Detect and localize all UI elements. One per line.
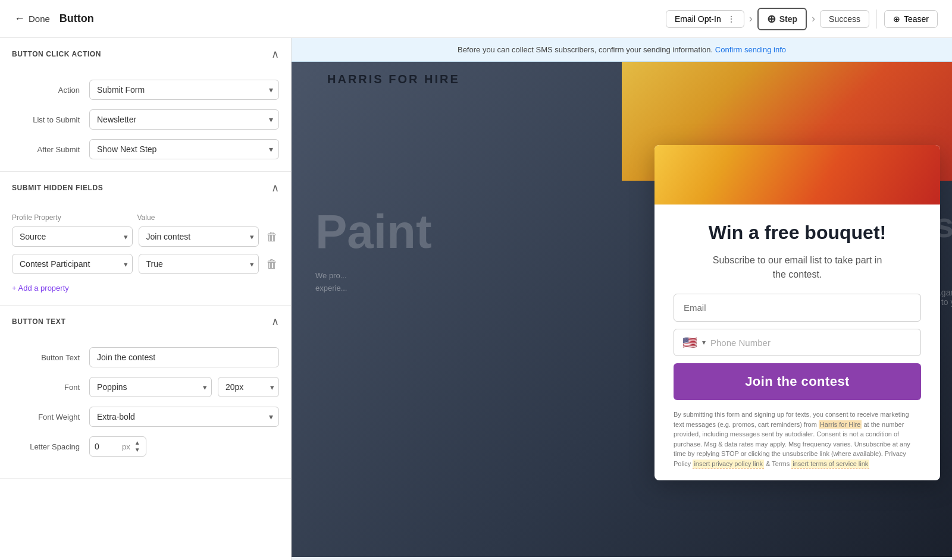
button-text-section: BUTTON TEXT ∧ Button Text Font Poppins R… (0, 306, 291, 479)
popup-title: Win a free bouquet! (674, 221, 921, 244)
join-contest-select-wrapper[interactable]: Join contest True False (139, 226, 259, 247)
success-step[interactable]: Success (820, 10, 869, 28)
harris-text: HARRIS FOR HIRE (327, 73, 460, 86)
contest-participant-select-wrapper[interactable]: Contest Participant Source Referral (12, 254, 133, 274)
submit-hidden-fields-title: SUBMIT HIDDEN FIELDS (12, 184, 103, 192)
submit-hidden-fields-section: SUBMIT HIDDEN FIELDS ∧ Profile Property … (0, 172, 291, 306)
right-sub-text: ...gaminto you (934, 288, 952, 307)
font-weight-label: Font Weight (12, 413, 89, 421)
dots-icon[interactable]: ⋮ (727, 14, 735, 24)
font-weight-select-wrapper[interactable]: Regular Medium Bold Extra-bold (89, 407, 279, 427)
teaser-step[interactable]: ⊕ Teaser (884, 10, 938, 28)
nav-divider (876, 10, 877, 29)
step-arrow-1: › (749, 12, 753, 25)
email-opt-in-step[interactable]: Email Opt-In ⋮ (666, 10, 744, 28)
true-value-select-wrapper[interactable]: True Join contest False (139, 254, 259, 274)
list-select[interactable]: Newsletter Contacts All Lists (89, 109, 279, 130)
contest-participant-property-select[interactable]: Contest Participant Source Referral (12, 254, 133, 274)
privacy-policy-link[interactable]: insert privacy policy link (693, 460, 764, 468)
sms-banner: Before you can collect SMS subscribers, … (292, 38, 952, 62)
source-select-wrapper[interactable]: Source Contest Participant Referral (12, 226, 133, 247)
source-property-select[interactable]: Source Contest Participant Referral (12, 226, 133, 247)
action-select-wrapper[interactable]: Submit Form Go to URL Close Popup (89, 80, 279, 100)
popup-email-input[interactable] (674, 294, 921, 322)
popup-modal: Win a free bouquet! Subscribe to our ema… (654, 145, 940, 480)
email-opt-in-label: Email Opt-In (675, 14, 721, 24)
button-text-input[interactable] (89, 347, 279, 367)
top-nav: ← Done Button Email Opt-In ⋮ › ⊕ Step › … (0, 0, 952, 38)
font-size-select[interactable]: 14px 16px 18px 20px 24px (218, 377, 279, 397)
button-text-label: Button Text (12, 353, 89, 362)
collapse-button-text[interactable]: ∧ (271, 315, 279, 328)
left-panel: BUTTON CLICK ACTION ∧ Action Submit Form… (0, 38, 292, 560)
button-text-header: BUTTON TEXT ∧ (0, 306, 291, 338)
popup-phone-row: 🇺🇸 ▾ Phone Number (674, 329, 921, 356)
hidden-field-row-2: Contest Participant Source Referral True… (12, 254, 279, 274)
delete-row-1-button[interactable]: 🗑 (265, 229, 279, 245)
letter-spacing-input-wrap: px ▲ ▼ (89, 436, 146, 457)
back-arrow-icon: ← (14, 12, 25, 25)
nav-left: ← Done Button (14, 12, 94, 25)
font-size-select-wrapper[interactable]: 14px 16px 18px 20px 24px (218, 377, 279, 397)
value-col-label: Value (137, 213, 258, 222)
action-select[interactable]: Submit Form Go to URL Close Popup (89, 80, 279, 100)
font-row: Font Poppins Roboto Open Sans Lato (12, 377, 279, 397)
confirm-sending-info-link[interactable]: Confirm sending info (715, 45, 786, 54)
after-submit-select[interactable]: Show Next Step Go to URL Close Popup (89, 139, 279, 159)
font-label: Font (12, 383, 89, 392)
phone-chevron-icon: ▾ (702, 338, 706, 347)
button-click-action-header: BUTTON CLICK ACTION ∧ (0, 38, 291, 70)
harris-brand-label: HARRIS FOR HIRE (327, 73, 460, 86)
step-button[interactable]: ⊕ Step (757, 8, 807, 30)
list-to-submit-label: List to Submit (12, 115, 89, 124)
font-select-wrapper[interactable]: Poppins Roboto Open Sans Lato (89, 377, 212, 397)
terms-of-service-link[interactable]: insert terms of service link (791, 460, 869, 468)
letter-spacing-down-button[interactable]: ▼ (134, 446, 141, 454)
letter-spacing-label: Letter Spacing (12, 442, 89, 451)
sms-banner-text: Before you can collect SMS subscribers, … (458, 45, 713, 54)
font-weight-select[interactable]: Regular Medium Bold Extra-bold (89, 407, 279, 427)
after-submit-label: After Submit (12, 145, 89, 154)
plus-icon-step: ⊕ (767, 12, 776, 26)
button-click-action-title: BUTTON CLICK ACTION (12, 50, 101, 58)
success-label: Success (829, 14, 860, 24)
plus-icon-teaser: ⊕ (893, 14, 900, 24)
collapse-hidden-fields[interactable]: ∧ (271, 181, 279, 194)
popup-disclaimer: By submitting this form and signing up f… (674, 410, 921, 468)
add-property-link[interactable]: + Add a property (12, 284, 69, 292)
letter-spacing-up-button[interactable]: ▲ (134, 439, 141, 446)
right-panel: Before you can collect SMS subscribers, … (292, 38, 952, 560)
popup-submit-button[interactable]: Join the contest (674, 363, 921, 400)
collapse-button-click-action[interactable]: ∧ (271, 48, 279, 61)
add-property-row: + Add a property (12, 282, 279, 293)
back-label: Done (29, 14, 50, 24)
letter-spacing-unit: px (122, 442, 130, 451)
button-text-title: BUTTON TEXT (12, 317, 65, 326)
letter-spacing-arrows: ▲ ▼ (134, 439, 141, 454)
join-contest-value-select[interactable]: Join contest True False (139, 226, 259, 247)
nav-right: Email Opt-In ⋮ › ⊕ Step › Success ⊕ Teas… (666, 8, 938, 30)
font-select[interactable]: Poppins Roboto Open Sans Lato (89, 377, 212, 397)
true-value-select[interactable]: True Join contest False (139, 254, 259, 274)
step-arrow-2: › (812, 12, 815, 25)
button-click-action-section: BUTTON CLICK ACTION ∧ Action Submit Form… (0, 38, 291, 172)
flag-icon: 🇺🇸 (682, 335, 697, 350)
back-button[interactable]: ← Done (14, 12, 50, 25)
profile-property-col-label: Profile Property (12, 213, 133, 222)
button-click-action-body: Action Submit Form Go to URL Close Popup… (0, 70, 291, 171)
main-content: BUTTON CLICK ACTION ∧ Action Submit Form… (0, 38, 952, 560)
after-submit-row: After Submit Show Next Step Go to URL Cl… (12, 139, 279, 159)
teaser-label: Teaser (904, 14, 929, 24)
after-submit-select-wrapper[interactable]: Show Next Step Go to URL Close Popup (89, 139, 279, 159)
preview-area: HARRIS FOR HIRE Paint We pro...experie..… (292, 62, 952, 557)
list-to-submit-row: List to Submit Newsletter Contacts All L… (12, 109, 279, 130)
list-select-wrapper[interactable]: Newsletter Contacts All Lists (89, 109, 279, 130)
font-controls: Poppins Roboto Open Sans Lato 14px 16px … (89, 377, 279, 397)
right-bg-text: ssi (915, 205, 952, 246)
delete-row-2-button[interactable]: 🗑 (265, 256, 279, 272)
harris-for-hire-highlighted: Harris for Hire (819, 420, 862, 429)
phone-placeholder: Phone Number (710, 338, 771, 348)
action-label: Action (12, 86, 89, 95)
letter-spacing-input[interactable] (95, 442, 118, 451)
button-text-body: Button Text Font Poppins Roboto Open San… (0, 338, 291, 478)
